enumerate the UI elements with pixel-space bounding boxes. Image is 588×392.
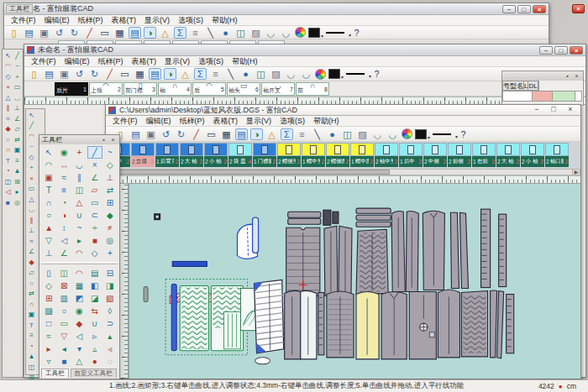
tool-icon[interactable]: ∩	[27, 299, 36, 310]
menu-item[interactable]: 文件(F)	[31, 56, 56, 67]
tick-strip-piece-2[interactable]	[507, 295, 514, 353]
tool-icon[interactable]: ↕	[56, 222, 71, 234]
pattern-block[interactable]: ■ 后片 1	[55, 82, 88, 96]
back-panel-folded[interactable]	[286, 227, 320, 295]
toolbar-icon[interactable]: ◫	[255, 68, 267, 80]
tool-icon[interactable]: ◡	[13, 92, 22, 103]
toolbar-icon[interactable]: ▨	[249, 27, 262, 39]
toolbar-icon[interactable]: ▭	[118, 68, 131, 80]
tool-icon[interactable]: ■	[56, 355, 71, 368]
pattern-block[interactable]: ∩ 前 8	[296, 82, 329, 96]
tool-icon[interactable]: ◇	[3, 71, 13, 82]
tool-icon[interactable]: ◔	[56, 196, 71, 209]
tool-icon[interactable]: ▴	[102, 330, 118, 342]
tool-icon[interactable]: ◁	[71, 330, 87, 342]
toolbar-icon[interactable]: ●	[326, 128, 339, 140]
toolbar-icon[interactable]: ◫	[234, 27, 247, 39]
strip-scrollbar[interactable]: ◀ ▶	[106, 169, 580, 175]
ruler-strip-piece[interactable]	[481, 209, 491, 287]
toolbar-icon[interactable]: ◡	[386, 128, 399, 140]
toolbar-icon[interactable]: ◡	[300, 68, 312, 80]
toolbar-icon[interactable]: ◑	[250, 128, 263, 140]
tool-icon[interactable]: +	[102, 247, 118, 259]
tool-icon[interactable]: ⇄	[13, 134, 22, 145]
tool-icon[interactable]: ∩	[3, 145, 13, 156]
toolbar-icon[interactable]	[308, 28, 320, 38]
tool-icon[interactable]: ▭	[13, 82, 22, 93]
toolbar-icon[interactable]: ↻	[68, 27, 81, 39]
toolbar-icon[interactable]	[415, 129, 427, 139]
tool-icon[interactable]: ◠	[41, 159, 56, 171]
tool-icon[interactable]: ◆	[27, 257, 36, 268]
front-panel-pair[interactable]	[324, 226, 352, 295]
back-panel-top[interactable]	[423, 211, 444, 290]
toolbar-icon[interactable]: ▣	[144, 128, 157, 140]
tool-icon[interactable]: ▸	[71, 234, 87, 247]
tool-icon[interactable]: ≈	[27, 236, 36, 247]
ruler-strip-piece-2[interactable]	[499, 214, 507, 286]
tool-icon[interactable]: ⇄	[102, 184, 118, 196]
tool-icon[interactable]: ▽	[56, 330, 71, 342]
menu-item[interactable]: 帮助(H)	[232, 56, 258, 67]
tool-icon[interactable]: ▿	[41, 355, 56, 368]
close-button[interactable]: ×	[563, 106, 578, 114]
tool-icon[interactable]: ◆	[102, 209, 118, 222]
menu-item[interactable]: 编辑(E)	[65, 56, 90, 67]
toolbar-icon[interactable]: ◡	[371, 128, 384, 140]
tool-icon[interactable]: ◎	[102, 234, 118, 247]
tool-icon[interactable]: ◫	[27, 362, 36, 373]
toolbar-icon[interactable]	[402, 128, 412, 139]
tool-icon[interactable]: ▱	[13, 124, 22, 135]
blue-bar-piece[interactable]	[172, 261, 207, 266]
tool-icon[interactable]: ∠	[56, 247, 71, 259]
menu-item[interactable]: 表格(T)	[132, 56, 157, 67]
menu-item[interactable]: 显示(V)	[246, 116, 271, 127]
tool-icon[interactable]: ≈	[56, 171, 71, 184]
sliver-pieces[interactable]	[491, 290, 504, 358]
toolbar-icon[interactable]: ↺	[53, 27, 66, 39]
tool-icon[interactable]: ■	[3, 197, 13, 208]
tool-icon[interactable]: ○	[56, 305, 71, 317]
tool-icon[interactable]: ▣	[27, 310, 36, 321]
menu-item[interactable]: 帮助(H)	[212, 15, 238, 26]
toolbar-icon[interactable]: ◑	[164, 68, 176, 80]
tool-icon[interactable]: ◇	[87, 247, 102, 259]
close-button[interactable]: ×	[570, 46, 583, 55]
menu-item[interactable]: 文件(F)	[11, 15, 36, 26]
tool-icon[interactable]: ▣	[41, 171, 56, 184]
tool-icon[interactable]: ◡	[27, 205, 36, 216]
toolbar-icon[interactable]: △	[159, 27, 171, 39]
close-icon[interactable]: ×	[109, 137, 117, 143]
tool-icon[interactable]: ⊞	[13, 176, 22, 187]
pattern-list-item[interactable]: 2 帽侧里 2	[277, 143, 301, 168]
tool-icon[interactable]: ⊃	[102, 317, 118, 330]
toolbar-icon[interactable]: ▦	[113, 27, 126, 39]
toolbar-icon[interactable]: ╱	[190, 128, 202, 140]
pattern-list-item[interactable]: 2 立领 2	[131, 143, 155, 168]
tool-icon[interactable]: ▭	[27, 184, 36, 195]
toolbar-icon[interactable]: △	[265, 128, 278, 140]
tool-icon[interactable]: ⊟	[102, 267, 118, 280]
scrollbar-thumb[interactable]	[115, 170, 390, 175]
background-window-close-button[interactable]: ×	[572, 4, 585, 13]
toolbar-icon[interactable]: ▯	[8, 27, 20, 39]
pattern-list-item[interactable]: 2 大 袖 2	[496, 143, 520, 168]
pattern-list-item[interactable]: 1 帽中面 2	[350, 143, 374, 168]
tool-icon[interactable]: ◆	[3, 124, 13, 135]
tool-icon[interactable]: ◫	[71, 184, 87, 196]
pattern-list-item[interactable]: 2 大 袖 2	[180, 143, 203, 168]
tool-icon[interactable]: ◑	[56, 209, 71, 222]
tool-icon[interactable]: ○	[27, 278, 36, 289]
tool-icon[interactable]: ◫	[3, 176, 13, 187]
size-l-cell[interactable]	[533, 91, 553, 102]
pattern-list-item[interactable]: 1 右前 2	[472, 143, 496, 168]
tool-icon[interactable]: ⇆	[87, 305, 102, 317]
toolbar-icon[interactable]: ▤	[149, 68, 161, 80]
toolbar-icon[interactable]: ≡	[296, 128, 308, 140]
tool-icon[interactable]: ◊	[102, 305, 118, 317]
pin-icon[interactable]: ▪	[564, 73, 571, 79]
tool-icon[interactable]: ≈	[41, 330, 56, 342]
toolbar-icon[interactable]: ▣	[58, 68, 71, 80]
toolbar-icon[interactable]	[429, 128, 454, 140]
tool-icon[interactable]: ∥	[3, 103, 13, 114]
